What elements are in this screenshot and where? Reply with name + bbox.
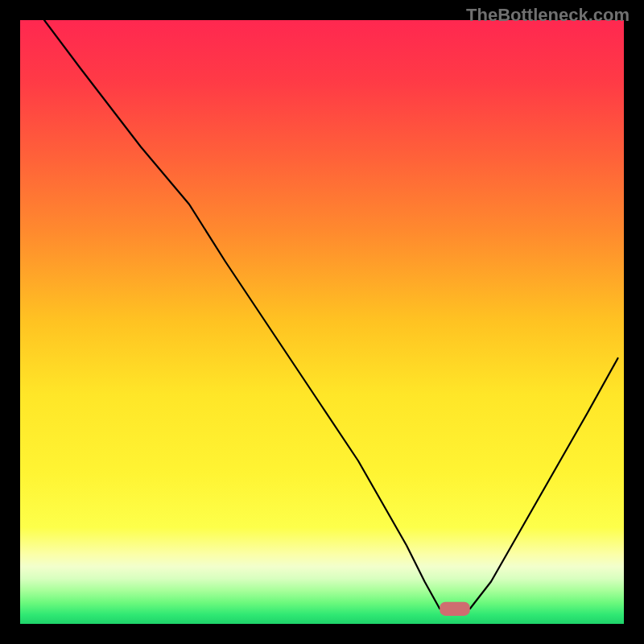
- gradient-bg: [20, 20, 624, 624]
- match-marker: [440, 602, 470, 616]
- chart-stage: TheBottleneck.com: [0, 0, 644, 644]
- watermark-text: TheBottleneck.com: [466, 5, 630, 26]
- plot-area: [20, 20, 624, 624]
- chart-svg: [20, 20, 624, 624]
